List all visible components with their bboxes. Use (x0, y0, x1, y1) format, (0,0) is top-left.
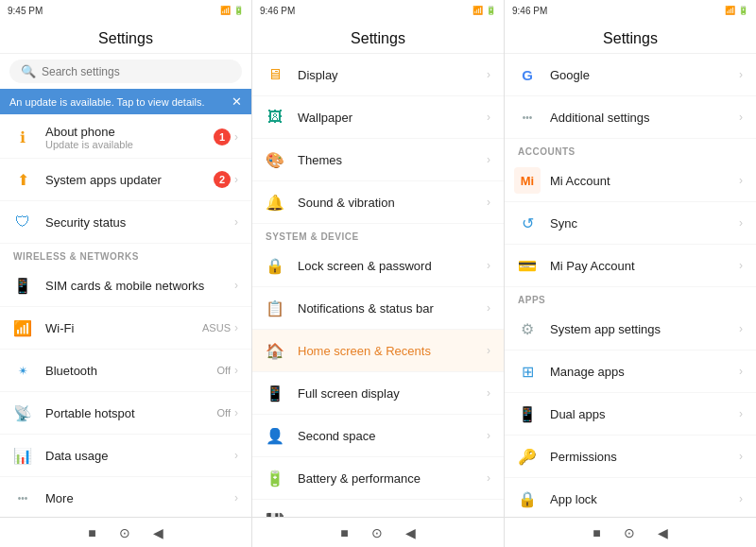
nav-square-2[interactable]: ■ (340, 525, 348, 540)
sim-content: SIM cards & mobile networks (45, 279, 234, 293)
search-bar[interactable]: 🔍 (9, 60, 242, 83)
hotspot-label: Portable hotspot (45, 406, 217, 420)
security-content: Security status (45, 215, 234, 230)
list-item[interactable]: 🔒 App lock › (505, 478, 756, 517)
panel-2-list: 🖥 Display › 🖼 Wallpaper › 🎨 Themes › (252, 54, 504, 517)
list-item[interactable]: 📱 Dual apps › (505, 393, 756, 436)
sysapp-chevron: › (234, 173, 238, 186)
manage-apps-icon: ⊞ (514, 358, 541, 385)
list-item[interactable]: ••• Additional settings › (505, 96, 756, 139)
permissions-icon: 🔑 (514, 443, 541, 470)
nav-circle-2[interactable]: ⊙ (371, 525, 383, 540)
more-chevron: › (234, 491, 238, 504)
status-bar-2: 9:46 PM 📶 🔋 (252, 0, 505, 21)
permissions-label: Permissions (550, 450, 739, 464)
list-item[interactable]: 📶 Wi-Fi ASUS › (0, 307, 251, 350)
section-accounts: ACCOUNTS (505, 139, 756, 160)
list-item[interactable]: 🔋 Battery & performance › (252, 457, 504, 500)
sim-label: SIM cards & mobile networks (45, 279, 234, 293)
list-item[interactable]: ⊞ Manage apps › (505, 350, 756, 393)
fullscreen-icon: 📱 (262, 380, 288, 406)
list-item[interactable]: 🔒 Lock screen & password › (252, 245, 504, 287)
icons-2: 📶 🔋 (472, 6, 496, 15)
time-3: 9:46 PM (512, 6, 547, 16)
sysapp-set-label: System app settings (550, 322, 739, 336)
security-chevron: › (234, 215, 238, 229)
list-item[interactable]: 🏠 Home screen & Recents › (252, 330, 504, 372)
nav-back-2[interactable]: ◀ (405, 525, 416, 540)
wifi-label: Wi-Fi (45, 321, 202, 335)
nav-square-3[interactable]: ■ (593, 525, 600, 540)
search-input[interactable] (42, 65, 231, 78)
data-content: Data usage (45, 449, 234, 463)
list-item[interactable]: 💾 Storage › (252, 500, 504, 517)
c: › (487, 259, 490, 272)
list-item[interactable]: G Google › (505, 54, 756, 96)
c: › (739, 111, 743, 124)
hotspot-right: Off › (217, 406, 238, 419)
about-sub: Update is available (45, 139, 214, 150)
section-system: SYSTEM & DEVICE (252, 224, 504, 245)
update-banner[interactable]: An update is available. Tap to view deta… (0, 89, 251, 114)
home-label: Home screen & Recents (298, 344, 487, 358)
themes-label: Themes (298, 153, 487, 167)
c: › (739, 216, 743, 230)
section-apps: APPS (505, 287, 756, 308)
wifi-chevron: › (234, 321, 238, 334)
list-item[interactable]: 📋 Notifications & status bar › (252, 287, 504, 330)
list-item[interactable]: ⬆ System apps updater 2 › (0, 159, 251, 201)
panel-3: Settings G Google › ••• Additional setti… (505, 21, 756, 517)
wifi-icon: 📶 (9, 315, 36, 341)
nav-square-1[interactable]: ■ (88, 525, 95, 540)
wallpaper-label: Wallpaper (298, 111, 487, 125)
sysapp-label: System apps updater (45, 173, 214, 187)
sync-label: Sync (550, 216, 739, 231)
list-item[interactable]: 🖼 Wallpaper › (252, 96, 504, 139)
list-item[interactable]: Mi Mi Account › (505, 160, 756, 202)
sysapp-icon: ⬆ (9, 166, 36, 193)
list-item[interactable]: 📊 Data usage › (0, 435, 251, 477)
list-item[interactable]: ⚙ System app settings › (505, 308, 756, 350)
nav-back-1[interactable]: ◀ (153, 525, 163, 540)
nav-section-1: ■ ⊙ ◀ (0, 518, 252, 547)
list-item[interactable]: 🎨 Themes › (252, 139, 504, 181)
list-item[interactable]: ••• More › (0, 477, 251, 517)
nav-circle-3[interactable]: ⊙ (624, 525, 635, 540)
list-item[interactable]: 🖥 Display › (252, 54, 504, 96)
addl-icon: ••• (514, 104, 541, 130)
nav-circle-1[interactable]: ⊙ (119, 525, 130, 540)
more-content: More (45, 491, 234, 505)
list-item[interactable]: ↺ Sync › (505, 202, 756, 245)
c: › (487, 196, 490, 209)
list-item[interactable]: 📱 SIM cards & mobile networks › (0, 265, 251, 307)
sound-label: Sound & vibration (298, 196, 487, 210)
wallpaper-icon: 🖼 (262, 104, 288, 130)
bt-content: Bluetooth (45, 364, 217, 378)
more-right: › (234, 491, 238, 504)
wifi-right: ASUS › (202, 321, 238, 334)
list-item[interactable]: 🔔 Sound & vibration › (252, 181, 504, 224)
sim-icon: 📱 (9, 272, 36, 299)
c: › (739, 407, 743, 420)
c: › (739, 322, 743, 335)
list-item[interactable]: 🛡 Security status › (0, 201, 251, 244)
themes-icon: 🎨 (262, 146, 288, 173)
update-close[interactable]: ✕ (232, 94, 242, 109)
list-item[interactable]: ℹ About phone Update is available 1 › (0, 116, 251, 159)
list-item[interactable]: 💳 Mi Pay Account › (505, 245, 756, 287)
c: › (487, 344, 490, 357)
google-p3-label: Google (550, 68, 739, 82)
notif-label: Notifications & status bar (298, 301, 487, 316)
list-item[interactable]: 📡 Portable hotspot Off › (0, 392, 251, 435)
bt-chevron: › (234, 364, 238, 377)
list-item[interactable]: 🔑 Permissions › (505, 436, 756, 478)
list-item[interactable]: ✴ Bluetooth Off › (0, 350, 251, 392)
c: › (739, 365, 743, 378)
bt-label: Bluetooth (45, 364, 217, 378)
bt-right: Off › (217, 364, 238, 377)
list-item[interactable]: 👤 Second space › (252, 415, 504, 457)
list-item[interactable]: 📱 Full screen display › (252, 372, 504, 415)
nav-back-3[interactable]: ◀ (658, 525, 668, 540)
google-p3-icon: G (514, 61, 541, 88)
c: › (739, 259, 743, 272)
